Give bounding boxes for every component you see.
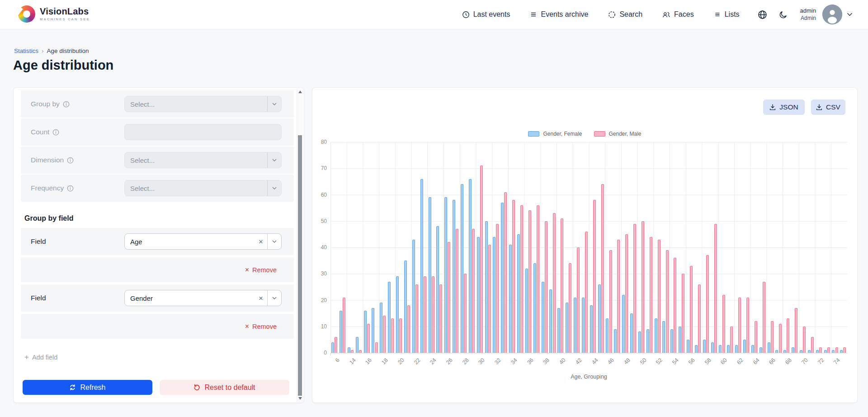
top-navbar: VisionLabs MACHINES CAN SEE Last events …	[0, 0, 868, 29]
breadcrumb-statistics-link[interactable]: Statistics	[14, 47, 38, 54]
nav-faces[interactable]: Faces	[662, 10, 694, 19]
bar-male-age-22	[415, 284, 418, 353]
page-title: Age distribution	[13, 58, 113, 73]
scroll-down-arrow-icon[interactable]	[298, 397, 302, 400]
remove-field-gender-button[interactable]: × Remove	[245, 314, 277, 339]
bar-female-age-37	[533, 263, 536, 353]
nav-search[interactable]: Search	[608, 10, 642, 19]
frequency-label: Frequency	[31, 184, 64, 192]
bar-male-age-37	[537, 205, 539, 353]
field-label: Field	[31, 228, 46, 255]
chevron-down-icon[interactable]	[267, 234, 281, 249]
legend-item-female[interactable]: Gender, Female	[528, 131, 582, 137]
legend-item-male[interactable]: Gender, Male	[594, 131, 642, 137]
bar-female-age-40	[557, 308, 560, 353]
bar-male-age-55	[682, 274, 684, 353]
scrollbar-thumb[interactable]	[298, 135, 302, 396]
user-menu-chevron-down-icon[interactable]	[847, 13, 853, 16]
clear-icon[interactable]: ×	[255, 238, 267, 246]
bar-male-age-41	[569, 263, 571, 353]
bar-female-age-61	[727, 345, 730, 353]
bar-male-age-42	[577, 247, 580, 353]
bar-female-age-60	[719, 345, 722, 353]
x-axis-label-56: 56	[687, 357, 696, 366]
info-icon[interactable]	[63, 101, 70, 108]
bar-male-age-38	[545, 221, 547, 353]
bar-male-age-70	[803, 327, 806, 353]
bar-female-age-19	[388, 282, 391, 353]
bar-female-age-49	[630, 313, 633, 353]
group-by-label: Group by	[31, 100, 60, 108]
x-axis-label-36: 36	[526, 357, 535, 366]
info-icon[interactable]	[52, 129, 59, 136]
chart-legend: Gender, FemaleGender, Male	[312, 131, 857, 137]
y-axis-label-50: 50	[313, 218, 327, 224]
field-select-gender[interactable]: Gender ×	[124, 290, 282, 306]
nav-events-archive[interactable]: Events archive	[530, 10, 588, 19]
count-input-wrap	[124, 124, 282, 140]
bar-male-age-17	[375, 342, 378, 353]
bar-male-age-74	[835, 347, 838, 353]
bar-male-age-19	[391, 318, 394, 353]
bar-male-age-25	[439, 284, 442, 353]
bar-female-age-59	[711, 342, 714, 353]
bar-female-age-25	[436, 226, 439, 353]
dimension-label: Dimension	[31, 156, 64, 164]
x-axis-label-26: 26	[445, 357, 454, 366]
user-info[interactable]: admin Admin	[800, 7, 816, 22]
x-axis-label-6: 6	[334, 357, 341, 364]
x-axis-label-68: 68	[784, 357, 793, 366]
nav-lists[interactable]: Lists	[714, 10, 740, 19]
info-icon[interactable]	[67, 185, 74, 192]
x-axis-label-42: 42	[574, 357, 583, 366]
main-nav: Last events Events archive Search Faces	[462, 0, 853, 29]
dark-mode-moon-icon[interactable]	[779, 10, 788, 19]
breadcrumb-separator: ›	[42, 47, 44, 54]
x-axis-labels: 6141618202224262830323436384042444648505…	[330, 357, 847, 372]
bar-male-age-31	[488, 245, 491, 353]
bar-female-age-75	[840, 350, 843, 353]
download-json-button[interactable]: JSON	[763, 100, 805, 115]
bar-male-age-65	[763, 282, 765, 353]
field-select-age[interactable]: Age ×	[124, 233, 282, 250]
visionlabs-logo-icon	[18, 5, 35, 23]
bar-female-age-41	[566, 303, 568, 353]
refresh-button[interactable]: Refresh	[23, 380, 152, 395]
bar-female-age-68	[783, 350, 786, 353]
bar-male-age-72	[819, 347, 822, 353]
scroll-up-arrow-icon[interactable]	[298, 90, 302, 93]
bar-female-age-53	[662, 321, 665, 353]
chevron-down-icon[interactable]	[267, 290, 281, 306]
field-row-age: Field Age ×	[21, 228, 294, 255]
x-axis-label-46: 46	[606, 357, 615, 366]
reset-to-default-button[interactable]: Reset to default	[160, 380, 289, 395]
x-axis-label-40: 40	[558, 357, 567, 366]
bar-female-age-54	[670, 329, 673, 353]
filters-scrollbar[interactable]	[297, 88, 303, 402]
language-globe-icon[interactable]	[758, 10, 767, 19]
bar-male-age-71	[811, 337, 814, 353]
bar-male-age-45	[601, 184, 604, 353]
remove-field-age-button[interactable]: × Remove	[245, 257, 277, 282]
brand-tagline: MACHINES CAN SEE	[40, 18, 90, 21]
add-field-button[interactable]: + Add field	[24, 353, 57, 361]
bar-female-age-21	[404, 261, 407, 353]
x-axis-label-16: 16	[364, 357, 373, 366]
bar-male-age-27	[456, 229, 458, 353]
chevron-down-icon	[267, 180, 281, 196]
legend-swatch-icon	[594, 131, 605, 137]
clear-icon[interactable]: ×	[255, 294, 267, 302]
avatar[interactable]	[822, 5, 842, 24]
info-icon[interactable]	[67, 157, 74, 164]
bar-male-age-26	[448, 242, 450, 353]
y-axis-label-0: 0	[313, 350, 327, 356]
bar-male-age-30	[480, 166, 483, 353]
x-axis-title: Age, Grouping	[330, 374, 847, 380]
nav-last-events[interactable]: Last events	[462, 10, 510, 19]
bar-female-age-66	[768, 342, 770, 353]
download-csv-button[interactable]: CSV	[811, 100, 845, 115]
remove-row-gender: × Remove	[21, 314, 294, 339]
bar-male-age-40	[561, 218, 563, 353]
x-axis-label-24: 24	[429, 357, 438, 366]
brand-logo[interactable]: VisionLabs MACHINES CAN SEE	[18, 5, 90, 23]
